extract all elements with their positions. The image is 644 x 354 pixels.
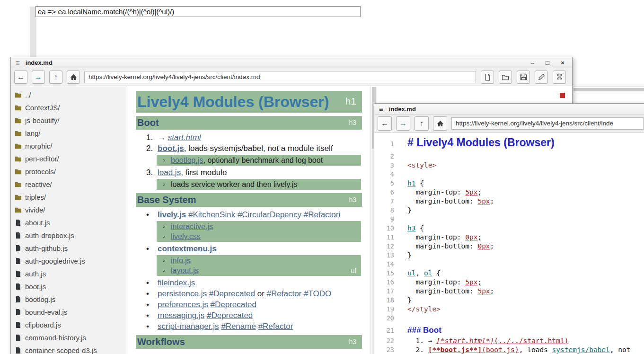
- md-link[interactable]: #Deprecated: [207, 311, 253, 320]
- file-list-item[interactable]: boot.js: [14, 280, 127, 293]
- editor-line[interactable]: 19</style>: [374, 305, 644, 314]
- md-link[interactable]: messaging.js: [158, 311, 204, 320]
- md-link[interactable]: bootlog.js: [171, 156, 203, 164]
- md-link[interactable]: fileindex.js: [158, 278, 195, 287]
- forward-button[interactable]: →: [396, 116, 410, 131]
- nested-list-box: ◦interactive.js◦lively.css: [157, 221, 361, 242]
- file-list-item[interactable]: vivide/: [14, 204, 127, 216]
- editor-line[interactable]: 2: [374, 152, 644, 161]
- md-link[interactable]: start.html: [168, 133, 201, 142]
- up-button[interactable]: ↑: [415, 116, 429, 131]
- editor-line[interactable]: 7 margin-bottom: 5px;: [374, 197, 644, 206]
- md-link[interactable]: #TODO: [304, 289, 331, 298]
- save-button[interactable]: [517, 71, 530, 84]
- editor-line[interactable]: 22 1. → [*start.html*](../../start.html): [374, 336, 644, 345]
- horizontal-scrollbar[interactable]: [573, 88, 644, 91]
- editor-line[interactable]: 15ul, ol {: [374, 269, 644, 278]
- md-link[interactable]: persistence.js: [158, 289, 207, 298]
- home-button[interactable]: [67, 71, 80, 84]
- file-list-item[interactable]: triples/: [14, 191, 127, 204]
- md-link[interactable]: #KitchenSink: [188, 210, 235, 219]
- file-list-item[interactable]: auth-dropbox.js: [14, 229, 127, 242]
- close-button[interactable]: ×: [559, 59, 566, 66]
- titlebar[interactable]: ≡ index.md: [374, 104, 644, 115]
- md-link[interactable]: preferences.js: [158, 300, 208, 309]
- file-list-item[interactable]: auth.js: [14, 267, 127, 280]
- editor-line[interactable]: 14: [374, 260, 644, 269]
- editor-line[interactable]: 5h1 {: [374, 179, 644, 188]
- file-list-item[interactable]: auth-github.js: [14, 242, 127, 255]
- forward-button[interactable]: →: [32, 71, 45, 84]
- md-link[interactable]: #CircularDepency: [238, 210, 301, 219]
- maximize-button[interactable]: □: [544, 59, 551, 66]
- file-list-item[interactable]: container-scoped-d3.js: [14, 344, 127, 354]
- file-name: ../: [25, 91, 31, 99]
- edit-button[interactable]: [535, 71, 548, 84]
- up-button[interactable]: ↑: [49, 71, 62, 84]
- md-link[interactable]: lively.js: [158, 210, 186, 219]
- back-button[interactable]: ←: [14, 71, 27, 84]
- md-link[interactable]: #Refactori: [304, 210, 340, 219]
- editor-line[interactable]: 8}: [374, 206, 644, 215]
- file-list-item[interactable]: auth-googledrive.js: [14, 255, 127, 267]
- editor-line[interactable]: 1# Lively4 Modules (Browser): [374, 134, 644, 152]
- file-list-item[interactable]: morphic/: [14, 140, 127, 152]
- file-list-item[interactable]: protocols/: [14, 165, 127, 178]
- editor-line[interactable]: 11 margin-top: 0px;: [374, 233, 644, 242]
- md-link[interactable]: #Deprecated: [209, 289, 255, 298]
- file-name: container-scoped-d3.js: [25, 346, 97, 354]
- md-link[interactable]: load.js: [158, 168, 181, 177]
- editor-line[interactable]: 23 2. [**boot.js**](boot.js), loads syst…: [374, 345, 644, 354]
- editor-line[interactable]: 4: [374, 170, 644, 179]
- editor-line[interactable]: 17 margin-bottom: 5px;: [374, 287, 644, 296]
- window-menu-icon[interactable]: ≡: [374, 105, 389, 113]
- md-link[interactable]: #Deprecated: [211, 300, 256, 309]
- folder-icon-wrap: [14, 105, 22, 111]
- md-link[interactable]: #Refactor: [258, 322, 293, 331]
- element-filter-input[interactable]: [35, 6, 361, 17]
- file-list-item[interactable]: bound-eval.js: [14, 306, 127, 319]
- url-input[interactable]: [84, 71, 476, 83]
- editor-line[interactable]: 9: [374, 215, 644, 224]
- md-link[interactable]: interactive.js: [171, 222, 213, 230]
- file-list-item[interactable]: bootlog.js: [14, 293, 127, 306]
- md-link[interactable]: #Rename: [221, 322, 256, 331]
- editor-line[interactable]: 10h3 {: [374, 224, 644, 233]
- code-token: 5px: [477, 197, 490, 205]
- editor-line[interactable]: 20: [374, 314, 644, 323]
- md-link[interactable]: contextmenu.js: [158, 244, 217, 253]
- editor-line[interactable]: 13}: [374, 251, 644, 260]
- back-button[interactable]: ←: [378, 116, 392, 131]
- md-link[interactable]: info.js: [171, 257, 191, 265]
- new-file-button[interactable]: [481, 71, 494, 84]
- editor-line[interactable]: 21### Boot: [374, 324, 644, 336]
- md-link[interactable]: script-manager.js: [158, 322, 219, 331]
- home-button[interactable]: [433, 116, 447, 131]
- file-list-item[interactable]: ../: [14, 88, 127, 101]
- file-list-item[interactable]: lang/: [14, 127, 127, 140]
- md-link[interactable]: boot.js: [158, 144, 184, 153]
- md-link[interactable]: layout.js: [171, 266, 199, 274]
- md-link[interactable]: #Refactor: [267, 289, 302, 298]
- file-list-item[interactable]: reactive/: [14, 178, 127, 191]
- fullscreen-button[interactable]: [553, 71, 566, 84]
- titlebar[interactable]: ≡ index.md – □ ×: [11, 57, 572, 68]
- editor-line[interactable]: 12 margin-bottom: 0px;: [374, 242, 644, 251]
- editor-line[interactable]: 3<style>: [374, 161, 644, 170]
- editor-line[interactable]: 6 margin-top: 5px;: [374, 188, 644, 197]
- file-list-item[interactable]: ContextJS/: [14, 101, 127, 114]
- window-menu-icon[interactable]: ≡: [11, 59, 26, 67]
- minimize-button[interactable]: –: [529, 59, 536, 66]
- file-list-item[interactable]: clipboard.js: [14, 319, 127, 331]
- file-list-item[interactable]: command-history.js: [14, 331, 127, 344]
- folder-icon-wrap: [14, 194, 22, 200]
- open-folder-button[interactable]: [499, 71, 512, 84]
- url-input[interactable]: [451, 117, 644, 130]
- editor-line[interactable]: 16 margin-top: 5px;: [374, 278, 644, 287]
- md-link[interactable]: lively.css: [171, 232, 201, 240]
- file-list-item[interactable]: pen-editor/: [14, 152, 127, 165]
- file-list-item[interactable]: about.js: [14, 216, 127, 229]
- code-editor[interactable]: 1# Lively4 Modules (Browser)23<style>45h…: [374, 133, 644, 354]
- editor-line[interactable]: 18}: [374, 296, 644, 305]
- file-list-item[interactable]: js-beautify/: [14, 114, 127, 127]
